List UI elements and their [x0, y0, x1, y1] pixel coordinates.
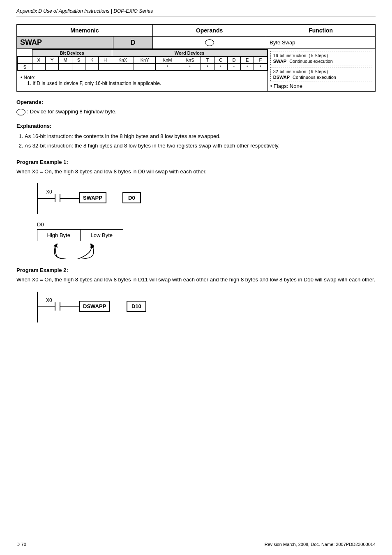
bullet: •	[21, 75, 22, 81]
explanations-list: As 16-bit instruction: the contents in t…	[16, 131, 376, 151]
program2-desc: When X0 = On, the high 8 bytes and low 8…	[16, 276, 376, 284]
operand-box-1: D0	[122, 192, 141, 203]
page-header: Appendix D Use of Application Instructio…	[16, 8, 376, 17]
program2-title-text: Program Example 2:	[16, 267, 68, 273]
hor-line-1b	[60, 198, 79, 199]
bit-devices-label: Bit Devices	[32, 50, 112, 57]
byte-diagram-label: D0	[37, 221, 376, 228]
func-32bit-box: 32-bit instruction（9 Steps） DSWAP Contin…	[270, 67, 372, 81]
contact-line-left-1	[55, 194, 55, 202]
hor-line-2a	[38, 306, 55, 307]
note-section: • Note: 1. If D is used in device F, onl…	[17, 72, 267, 89]
note-label: Note:	[24, 75, 36, 81]
operands-title-text: Operands:	[16, 99, 43, 105]
contact-line-left-2	[55, 302, 55, 311]
swap-label: SWAP	[273, 59, 286, 64]
dswap-exec: Continuous execution	[293, 75, 336, 80]
footer-page: D-70	[16, 542, 26, 547]
hor-line-2b	[60, 306, 79, 307]
swap-arrow-svg	[49, 243, 115, 259]
contact-label-1: X0	[46, 189, 52, 195]
function-details: 16-bit instruction（5 Steps） SWAP Continu…	[267, 49, 375, 91]
program2-title: Program Example 2:	[16, 267, 376, 273]
program1-desc-text: When X0 = On, the high 8 bytes and low 8…	[16, 168, 207, 175]
byte-diagram: High Byte Low Byte	[37, 229, 123, 241]
mnemonic-value: SWAP	[17, 37, 113, 49]
operands-desc: : Device for swapping 8 high/low byte.	[16, 108, 376, 116]
explanations-section-title: Explanations:	[16, 123, 376, 129]
instruction-box-2: DSWAPP	[79, 301, 110, 312]
flags-text: • Flags: None	[270, 83, 372, 89]
note-1-text: If D is used in device F, only 16-bit in…	[32, 81, 161, 86]
hor-line-1a	[38, 198, 55, 199]
operands-header: Operands	[152, 25, 266, 37]
function-value: Byte Swap	[266, 37, 376, 49]
operand-box-2: D10	[127, 301, 146, 312]
operand-circle-icon	[205, 39, 214, 46]
func-32bit-label: 32-bit instruction（9 Steps）	[273, 69, 369, 75]
contact-label-2: X0	[46, 297, 52, 303]
byte-diagram-container: D0 High Byte Low Byte	[37, 221, 376, 260]
program1-desc: When X0 = On, the high 8 bytes and low 8…	[16, 168, 376, 176]
page-footer: D-70 Revision March, 2008, Doc. Name: 20…	[0, 542, 392, 547]
operand-d: D	[113, 37, 153, 49]
operand-symbol-cell	[152, 37, 266, 49]
high-byte-cell: High Byte	[37, 230, 81, 241]
devices-row: Bit Devices Word Devices X Y M S K	[17, 49, 376, 92]
program1-title: Program Example 1:	[16, 159, 376, 165]
program1-title-text: Program Example 1:	[16, 159, 68, 165]
explanation-item-2: As 32-bit instruction: the 8 high bytes …	[25, 141, 376, 150]
instruction-table: Mnemonic Operands Function SWAP D Byte S…	[16, 24, 376, 92]
ladder-diagram-2: X0 DSWAPP D10	[37, 292, 177, 322]
func-16bit-label: 16-bit instruction（5 Steps）	[273, 53, 369, 59]
dswap-label: DSWAP	[273, 75, 290, 80]
explanation-item-1: As 16-bit instruction: the contents in t…	[25, 131, 376, 141]
footer-revision: Revision March, 2008, Doc. Name: 2007PDD…	[265, 542, 376, 547]
operands-desc-text: : Device for swapping 8 high/low byte.	[27, 108, 117, 115]
header-text: Appendix D Use of Application Instructio…	[16, 8, 153, 14]
instruction-box-1: SWAPP	[79, 192, 106, 203]
program2-desc-text: When X0 = On, the high 8 bytes and low 8…	[16, 276, 375, 283]
function-header: Function	[266, 25, 376, 37]
low-byte-cell: Low Byte	[81, 230, 123, 241]
mnemonic-header: Mnemonic	[17, 25, 153, 37]
word-devices-label: Word Devices	[112, 50, 267, 57]
func-16bit-box: 16-bit instruction（5 Steps） SWAP Continu…	[270, 51, 372, 65]
explanations-title-text: Explanations:	[16, 123, 51, 129]
swap-exec: Continuous execution	[289, 59, 333, 64]
swap-arrow	[49, 243, 376, 260]
operand-circle-icon-2	[16, 109, 25, 115]
ladder-diagram-1: X0 SWAPP D0	[37, 183, 168, 214]
operands-section-title: Operands:	[16, 99, 376, 105]
